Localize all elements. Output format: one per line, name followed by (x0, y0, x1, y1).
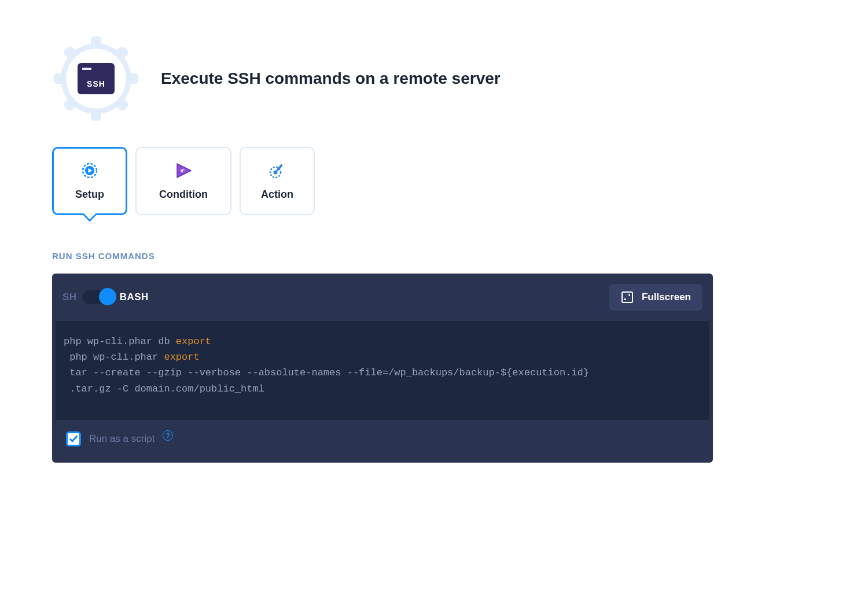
action-wrench-icon (269, 162, 286, 179)
shell-label-sh: SH (62, 291, 77, 303)
code-editor[interactable]: php wp-cli.phar db export php wp-cli.pha… (56, 321, 709, 420)
page-title: Execute SSH commands on a remote server (161, 69, 501, 88)
tab-setup-label: Setup (75, 189, 104, 201)
section-label: RUN SSH COMMANDS (52, 251, 868, 261)
tab-action-label: Action (261, 189, 293, 201)
tab-action[interactable]: Action (240, 147, 315, 215)
ssh-gear-badge: SSH (52, 35, 140, 123)
tab-condition-label: Condition (159, 189, 208, 201)
check-icon (69, 434, 78, 444)
toggle-knob (99, 288, 116, 305)
editor-toolbar: SH BASH Fullscreen (52, 274, 713, 321)
condition-play-icon: IF (175, 162, 192, 179)
ssh-window-icon: SSH (78, 63, 115, 94)
editor-footer: Run as a script ? (52, 420, 713, 463)
ssh-badge-text: SSH (78, 79, 115, 88)
svg-rect-18 (622, 292, 632, 302)
fullscreen-button[interactable]: Fullscreen (609, 284, 703, 311)
ssh-editor-panel: SH BASH Fullscreen php wp-cli.phar db ex… (52, 274, 713, 463)
fullscreen-label: Fullscreen (642, 291, 691, 303)
help-icon[interactable]: ? (163, 430, 173, 441)
tabs-row: Setup IF Condition Action (52, 147, 868, 215)
run-as-script-checkbox[interactable] (66, 431, 81, 446)
shell-switch-group: SH BASH (62, 290, 149, 304)
shell-toggle[interactable] (83, 290, 114, 304)
svg-point-16 (274, 170, 278, 174)
page-header: SSH Execute SSH commands on a remote ser… (52, 35, 868, 123)
fullscreen-icon (621, 291, 634, 304)
run-as-script-label: Run as a script (89, 433, 155, 445)
svg-text:IF: IF (181, 168, 185, 173)
setup-gear-icon (81, 162, 98, 179)
shell-label-bash: BASH (120, 291, 149, 303)
tab-condition[interactable]: IF Condition (135, 147, 231, 215)
tab-setup[interactable]: Setup (52, 147, 127, 215)
